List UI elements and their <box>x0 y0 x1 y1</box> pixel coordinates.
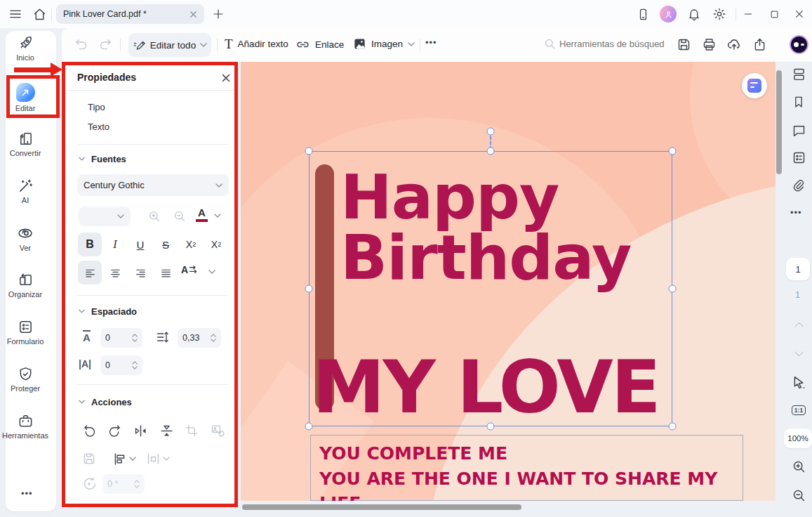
zoom-in-icon[interactable] <box>790 458 807 475</box>
titlebar-divider <box>51 8 52 21</box>
chevron-down-icon[interactable] <box>408 42 415 46</box>
total-pages-label: 1 <box>795 289 800 300</box>
sidebar-item-ai[interactable]: AI <box>0 178 51 205</box>
sticky-note-badge[interactable] <box>742 73 767 98</box>
eye-icon <box>17 225 34 242</box>
convert-icon <box>18 131 34 147</box>
rotation-handle[interactable] <box>487 128 495 136</box>
image-button[interactable]: Imagen <box>353 37 415 51</box>
rocket-icon <box>18 35 34 51</box>
card-body-line1: YOU COMPLETE ME <box>319 441 734 466</box>
maximize-icon[interactable] <box>765 5 783 23</box>
attachments-paperclip-icon[interactable] <box>790 177 807 194</box>
select-tool-icon[interactable] <box>790 374 807 391</box>
link-label: Enlace <box>315 39 344 50</box>
sidebar-item-proteger[interactable]: Proteger <box>0 366 51 393</box>
selection-handle-se[interactable] <box>669 423 677 431</box>
sidebar-item-ver[interactable]: Ver <box>0 225 51 253</box>
annotation-arrow-head <box>51 63 62 77</box>
horizontal-scrollbar[interactable] <box>242 504 521 510</box>
sidebar-label: Proteger <box>2 384 48 393</box>
edit-all-button[interactable]: Editar todo <box>128 33 211 57</box>
sidebar-item-convertir[interactable]: Convertir <box>0 131 51 158</box>
sidebar-item-formulario[interactable]: Formulario <box>0 319 51 346</box>
sidebar-label: Convertir <box>2 149 48 158</box>
annotation-box-properties <box>62 62 238 507</box>
text-tool-icon: T <box>225 37 233 51</box>
notifications-bell-icon[interactable] <box>685 5 703 23</box>
organize-pages-icon <box>18 272 34 288</box>
ai-assistant-icon[interactable] <box>788 34 809 55</box>
chevron-down-icon[interactable] <box>200 43 207 47</box>
toolbar-divider-1 <box>120 39 121 51</box>
redo-icon[interactable] <box>96 35 114 53</box>
search-icon <box>542 36 557 51</box>
selection-handle-s[interactable] <box>487 423 495 431</box>
document-tab[interactable]: Pink Lover Card.pdf * <box>56 4 204 24</box>
card-body-line2: YOU ARE THE ONE I WANT TO SHARE MY LIFE <box>319 466 734 502</box>
edit-all-label: Editar todo <box>150 40 196 51</box>
one-to-one-label: 1:1 <box>792 405 806 415</box>
shield-check-icon <box>18 366 34 382</box>
current-page-indicator[interactable]: 1 <box>786 258 810 280</box>
bookmarks-icon[interactable] <box>790 93 807 110</box>
account-avatar[interactable] <box>659 5 677 23</box>
zoom-level-indicator[interactable]: 100% <box>784 428 812 448</box>
next-page-icon[interactable] <box>790 345 807 362</box>
previous-page-icon[interactable] <box>790 316 807 333</box>
title-bar: Pink Lover Card.pdf * <box>0 0 812 28</box>
add-text-label: Añadir texto <box>238 39 288 49</box>
vertical-scrollbar[interactable] <box>776 70 782 174</box>
selection-handle-e[interactable] <box>669 285 677 293</box>
sidebar-label: Herramientas <box>2 431 48 440</box>
sidebar-label: Ver <box>2 244 48 253</box>
toolbar-divider-3 <box>420 39 420 51</box>
home-icon[interactable] <box>31 6 48 22</box>
selection-bounding-box[interactable] <box>309 151 672 426</box>
comments-icon[interactable] <box>790 122 807 138</box>
selection-handle-nw[interactable] <box>305 148 313 155</box>
tab-close-icon[interactable] <box>189 11 197 18</box>
mobile-device-icon[interactable] <box>634 5 652 23</box>
sidebar-more-icon[interactable]: ••• <box>21 488 33 499</box>
minimize-icon[interactable] <box>739 5 757 23</box>
titlebar-divider-right <box>736 8 736 21</box>
edit-pencil-icon <box>133 39 146 52</box>
undo-icon[interactable] <box>72 35 90 53</box>
page-thumbnails-icon[interactable] <box>790 65 807 82</box>
annotation-arrow <box>14 67 51 72</box>
sidebar-label: Formulario <box>2 337 48 346</box>
card-body-textbox[interactable]: YOU COMPLETE ME YOU ARE THE ONE I WANT T… <box>310 435 743 501</box>
sidebar-label: AI <box>2 196 48 205</box>
print-icon[interactable] <box>700 35 718 53</box>
link-button[interactable]: Enlace <box>295 37 344 52</box>
actual-size-icon[interactable]: 1:1 <box>790 402 807 419</box>
new-tab-icon[interactable] <box>209 5 227 23</box>
rail-more-icon[interactable]: ••• <box>790 207 802 218</box>
search-input[interactable] <box>559 35 665 52</box>
note-icon <box>747 79 761 93</box>
link-icon <box>295 37 310 52</box>
add-text-button[interactable]: T Añadir texto <box>225 37 288 51</box>
cloud-upload-icon[interactable] <box>725 35 743 53</box>
selection-handle-w[interactable] <box>305 285 313 293</box>
sidebar-item-herramientas[interactable]: Herramientas <box>0 413 51 440</box>
sidebar-item-inicio[interactable]: Inicio <box>0 35 51 63</box>
toolbar-more-icon[interactable]: ••• <box>425 37 437 48</box>
selection-handle-sw[interactable] <box>305 423 313 431</box>
tab-title: Pink Lover Card.pdf * <box>63 9 189 19</box>
share-icon[interactable] <box>750 35 768 53</box>
zoom-out-icon[interactable] <box>790 487 807 504</box>
settings-gear-icon[interactable] <box>710 5 728 23</box>
hamburger-menu-icon[interactable] <box>7 6 24 22</box>
save-icon[interactable] <box>674 35 693 53</box>
selection-handle-n[interactable] <box>487 148 495 155</box>
sidebar-item-organizar[interactable]: Organizar <box>0 272 51 299</box>
form-fields-icon[interactable] <box>790 149 807 166</box>
image-label: Imagen <box>371 39 403 49</box>
pdf-page-canvas[interactable]: Happy Birthday MY LOVE YOU COMPLETE ME Y… <box>241 62 776 501</box>
annotation-box-editar <box>6 75 60 118</box>
selection-handle-ne[interactable] <box>669 148 677 155</box>
window-close-icon[interactable] <box>790 5 808 23</box>
sidebar-label: Organizar <box>2 290 48 299</box>
